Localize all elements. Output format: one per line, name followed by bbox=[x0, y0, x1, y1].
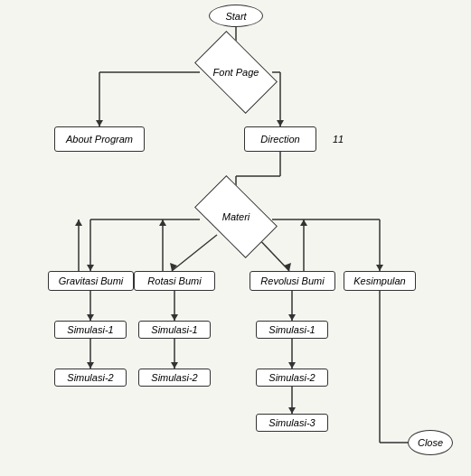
svg-marker-31 bbox=[288, 314, 296, 321]
svg-marker-33 bbox=[288, 362, 296, 369]
direction-node: Direction bbox=[244, 126, 316, 152]
rotasi-bumi-node: Rotasi Bumi bbox=[134, 271, 215, 291]
svg-marker-39 bbox=[159, 219, 166, 226]
gravitasi-sim1-node: Simulasi-1 bbox=[54, 321, 127, 339]
svg-marker-29 bbox=[171, 362, 178, 369]
svg-marker-27 bbox=[171, 314, 178, 321]
start-node: Start bbox=[209, 5, 263, 27]
note-label: 11 bbox=[333, 134, 344, 145]
revolusi-sim1-node: Simulasi-1 bbox=[256, 321, 328, 339]
revolusi-sim2-node: Simulasi-2 bbox=[256, 369, 328, 387]
close-node[interactable]: Close bbox=[408, 430, 453, 455]
svg-marker-7 bbox=[277, 120, 284, 126]
about-program-node: About Program bbox=[54, 126, 145, 152]
gravitasi-bumi-node: Gravitasi Bumi bbox=[48, 271, 134, 291]
svg-marker-4 bbox=[96, 120, 103, 126]
revolusi-sim3-node: Simulasi-3 bbox=[256, 414, 328, 432]
revolusi-bumi-node: Revolusi Bumi bbox=[250, 271, 335, 291]
svg-marker-37 bbox=[75, 219, 82, 226]
svg-marker-41 bbox=[300, 219, 307, 226]
kesimpulan-node: Kesimpulan bbox=[344, 271, 416, 291]
materi-diamond: Materi bbox=[200, 194, 272, 239]
svg-marker-25 bbox=[87, 362, 94, 369]
svg-marker-35 bbox=[288, 407, 296, 414]
gravitasi-sim2-node: Simulasi-2 bbox=[54, 369, 127, 387]
svg-marker-14 bbox=[87, 265, 94, 271]
rotasi-sim2-node: Simulasi-2 bbox=[138, 369, 211, 387]
svg-marker-23 bbox=[87, 314, 94, 321]
fontpage-diamond: Font Page bbox=[200, 50, 272, 95]
rotasi-sim1-node: Simulasi-1 bbox=[138, 321, 211, 339]
svg-marker-21 bbox=[376, 265, 383, 271]
svg-line-15 bbox=[172, 235, 217, 271]
flowchart: Start Font Page About Program Direction … bbox=[0, 0, 471, 476]
